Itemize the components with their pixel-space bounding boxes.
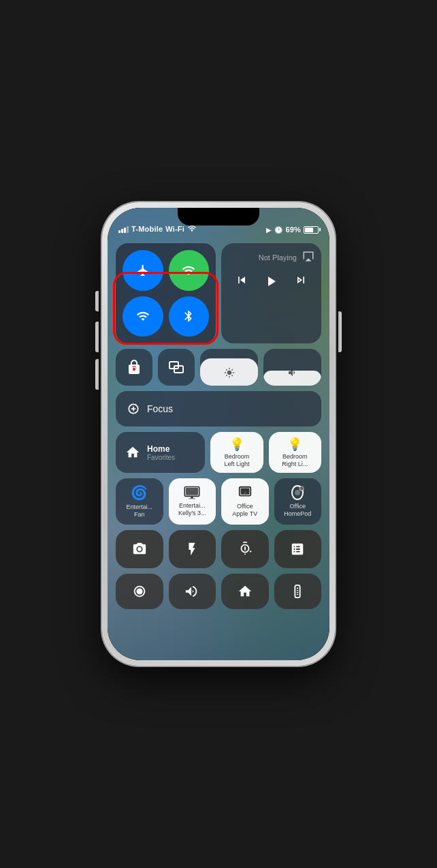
screen-lock-button[interactable] <box>116 349 152 386</box>
bedroom-right-label: BedroomRight Li... <box>282 453 308 468</box>
svg-point-14 <box>136 588 142 594</box>
entertain-kelly-button[interactable]: Entertai...Kelly's 3... <box>169 478 216 525</box>
svg-rect-17 <box>297 590 299 591</box>
bluetooth-button[interactable] <box>169 296 210 337</box>
svg-rect-15 <box>295 585 300 598</box>
calculator-button[interactable] <box>274 530 322 568</box>
entertain-fan-button[interactable]: 🌀 Entertai...Fan <box>116 478 163 525</box>
focus-button[interactable]: Focus <box>116 391 321 427</box>
brightness-slider[interactable] <box>200 349 258 386</box>
remote-button[interactable] <box>274 574 322 609</box>
office-apple-tv-button[interactable]: OfficeApple TV <box>221 478 269 525</box>
signal-bar-3 <box>124 228 126 233</box>
bedroom-left-label: Bedroom Left Light <box>224 453 249 468</box>
power-button[interactable] <box>338 311 342 352</box>
focus-label: Focus <box>147 403 173 414</box>
cellular-button[interactable] <box>169 250 210 291</box>
entertain-kelly-label: Entertai...Kelly's 3... <box>176 502 209 517</box>
entertain-fan-label: Entertai...Fan <box>123 503 155 518</box>
battery-icon <box>304 226 319 234</box>
svg-point-16 <box>297 587 298 589</box>
focus-row: Focus <box>116 391 321 427</box>
status-right: ▶ 🕐 69% <box>266 226 319 234</box>
media-controls <box>228 272 314 291</box>
phone-frame: T-Mobile Wi-Fi ▶ 🕐 69% <box>102 202 335 666</box>
camera-button[interactable] <box>116 530 163 568</box>
svg-rect-3 <box>186 488 198 495</box>
flashlight-button[interactable] <box>169 530 216 568</box>
airplay-icon[interactable] <box>302 250 314 265</box>
airplane-mode-button[interactable] <box>123 250 163 291</box>
brightness-icon <box>224 367 235 380</box>
play-button[interactable] <box>261 272 280 291</box>
signal-bar-2 <box>121 229 123 233</box>
rewind-button[interactable] <box>235 273 248 290</box>
row-controls <box>116 349 321 386</box>
media-top: Not Playing <box>228 250 314 265</box>
office-homepod-button[interactable]: i OfficeHomePod <box>274 478 322 525</box>
home-title: Home <box>147 444 175 454</box>
row-scenes: 🌀 Entertai...Fan Entertai...Kelly's 3... <box>116 478 321 525</box>
svg-point-6 <box>244 491 246 494</box>
media-panel: Not Playing <box>221 243 321 343</box>
bulb-right-icon: 💡 <box>287 437 302 452</box>
volume-icon <box>287 367 298 380</box>
bedroom-left-light-button[interactable]: 💡 Bedroom Left Light <box>210 432 263 473</box>
control-center: Not Playing <box>108 238 329 660</box>
home-text: Home Favorites <box>147 444 175 461</box>
row-bottom <box>116 574 321 609</box>
signal-bars <box>118 225 129 233</box>
volume-slider[interactable] <box>263 349 321 386</box>
status-left: T-Mobile Wi-Fi <box>118 223 197 234</box>
home-panel[interactable]: Home Favorites <box>116 432 205 473</box>
fast-forward-button[interactable] <box>294 273 308 290</box>
home-control-button[interactable] <box>221 574 269 609</box>
row-utilities <box>116 530 321 568</box>
screen-mirror-button[interactable] <box>158 349 195 386</box>
signal-bar-4 <box>127 226 129 233</box>
sound-recognition-button[interactable] <box>169 574 216 609</box>
svg-point-8 <box>295 490 300 495</box>
svg-point-12 <box>244 553 246 555</box>
connectivity-panel <box>116 243 216 343</box>
location-icon: ▶ <box>266 226 272 234</box>
battery-percent-text: 69% <box>285 226 301 234</box>
signal-bar-1 <box>118 230 120 233</box>
svg-rect-19 <box>297 594 299 595</box>
timer-button[interactable] <box>221 530 269 568</box>
network-text: Wi-Fi <box>165 225 184 233</box>
volume-up-button[interactable] <box>95 322 99 352</box>
row-home-lights: Home Favorites 💡 Bedroom Left Light 💡 Be… <box>116 432 321 473</box>
wifi-button[interactable] <box>123 296 163 337</box>
svg-rect-18 <box>297 592 299 593</box>
mute-button[interactable] <box>95 291 99 311</box>
carrier-text: T-Mobile <box>131 225 163 233</box>
office-apple-tv-label: OfficeApple TV <box>229 503 260 518</box>
home-subtitle: Favorites <box>147 454 175 461</box>
notch <box>178 208 259 226</box>
bedroom-right-light-button[interactable]: 💡 BedroomRight Li... <box>269 432 321 473</box>
office-homepod-label: OfficeHomePod <box>281 503 314 518</box>
screen-record-button[interactable] <box>116 574 163 609</box>
screen-background: T-Mobile Wi-Fi ▶ 🕐 69% <box>108 208 329 660</box>
phone-screen: T-Mobile Wi-Fi ▶ 🕐 69% <box>108 208 329 660</box>
battery-fill <box>305 228 313 232</box>
fan-icon: 🌀 <box>131 484 148 501</box>
volume-down-button[interactable] <box>95 359 99 390</box>
svg-text:i: i <box>301 487 302 491</box>
alarm-icon: 🕐 <box>274 226 282 234</box>
not-playing-text: Not Playing <box>228 253 297 262</box>
bulb-left-icon: 💡 <box>229 437 244 452</box>
row-connectivity-media: Not Playing <box>116 243 321 343</box>
